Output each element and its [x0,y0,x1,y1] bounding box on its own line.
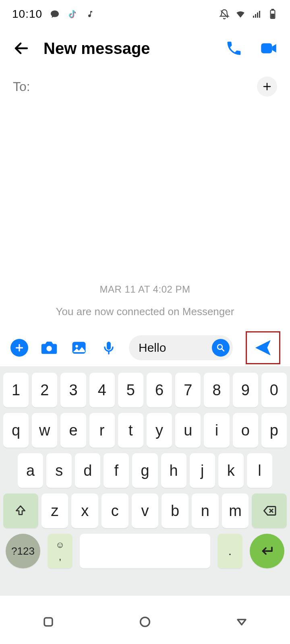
key-i[interactable]: i [204,413,229,448]
music-note-icon [85,9,95,19]
more-actions-button[interactable] [10,338,29,357]
message-composer: Hello [0,329,290,366]
key-y[interactable]: y [147,413,172,448]
key-3[interactable]: 3 [60,373,86,407]
key-7[interactable]: 7 [175,373,201,407]
plus-circle-icon [10,339,28,357]
key-4[interactable]: 4 [89,373,115,407]
voice-call-button[interactable] [224,38,244,58]
key-a[interactable]: a [18,453,43,488]
nav-back-button[interactable] [233,613,251,631]
camera-button[interactable] [39,338,59,357]
svg-rect-1 [253,16,254,18]
svg-rect-7 [271,14,274,18]
back-button[interactable] [11,38,31,58]
shift-icon [14,504,27,517]
status-time: 10:10 [12,8,42,21]
key-c[interactable]: c [102,493,128,528]
key-8[interactable]: 8 [204,373,229,407]
chat-area: MAR 11 AT 4:02 PM You are now connected … [0,121,290,330]
comma-label: , [59,551,62,562]
key-enter[interactable] [250,534,284,568]
key-6[interactable]: 6 [147,373,172,407]
key-l[interactable]: l [247,453,272,488]
key-emoji[interactable]: ☺ , [48,534,72,568]
svg-rect-4 [259,11,260,18]
signal-icon [251,9,262,19]
camera-icon [40,339,58,357]
search-icon [216,343,226,353]
key-space[interactable] [80,534,210,568]
key-p[interactable]: p [261,413,287,448]
microphone-icon [101,340,117,356]
key-9[interactable]: 9 [233,373,258,407]
key-b[interactable]: b [162,493,188,528]
recipient-row: To: [0,68,290,101]
triangle-down-icon [235,615,249,629]
message-input[interactable]: Hello [129,335,233,360]
voice-message-button[interactable] [99,338,118,357]
backspace-icon [262,504,277,518]
emoji-icon: ☺ [56,540,64,550]
wifi-icon [235,9,246,19]
key-2[interactable]: 2 [32,373,57,407]
key-period[interactable]: . [218,534,242,568]
page-title: New message [44,39,150,58]
system-nav-bar [0,600,290,644]
status-bar: 10:10 [0,0,290,28]
key-w[interactable]: w [32,413,57,448]
key-s[interactable]: s [46,453,72,488]
key-o[interactable]: o [233,413,258,448]
sticker-search-button[interactable] [212,339,230,357]
gallery-button[interactable] [69,338,89,357]
video-call-button[interactable] [259,38,279,58]
key-k[interactable]: k [218,453,244,488]
chat-bubble-icon [50,9,60,19]
key-x[interactable]: x [71,493,98,528]
key-symbols[interactable]: ?123 [6,534,40,568]
key-5[interactable]: 5 [118,373,143,407]
message-timestamp: MAR 11 AT 4:02 PM [99,284,190,295]
key-d[interactable]: d [75,453,100,488]
circle-icon [138,615,152,629]
key-t[interactable]: t [118,413,143,448]
key-shift[interactable] [3,493,38,528]
square-icon [41,615,55,629]
nav-recents-button[interactable] [39,613,57,631]
key-m[interactable]: m [222,493,249,528]
key-z[interactable]: z [41,493,68,528]
key-n[interactable]: n [192,493,219,528]
key-q[interactable]: q [3,413,29,448]
send-icon [253,338,273,358]
key-u[interactable]: u [175,413,201,448]
tiktok-icon [67,9,78,19]
key-g[interactable]: g [132,453,157,488]
key-r[interactable]: r [89,413,115,448]
key-e[interactable]: e [60,413,86,448]
key-v[interactable]: v [132,493,159,528]
message-input-text: Hello [139,341,212,355]
video-camera-icon [259,38,279,58]
battery-icon [267,9,278,19]
svg-rect-9 [261,43,272,54]
svg-rect-17 [107,342,111,350]
nav-home-button[interactable] [136,613,154,631]
send-button[interactable] [246,331,280,364]
key-0[interactable]: 0 [261,373,287,407]
add-recipient-button[interactable] [257,76,277,97]
key-j[interactable]: j [190,453,215,488]
connected-status: You are now connected on Messenger [56,305,234,318]
to-label: To: [13,79,30,94]
image-icon [70,339,88,357]
plus-icon [261,81,273,92]
enter-icon [260,544,274,558]
key-f[interactable]: f [104,453,129,488]
key-1[interactable]: 1 [3,373,29,407]
key-backspace[interactable] [252,493,287,528]
bell-off-icon [219,9,230,19]
phone-icon [225,39,243,57]
conversation-header: New message [0,28,290,68]
svg-rect-6 [272,9,273,10]
soft-keyboard: 1 2 3 4 5 6 7 8 9 0 q w e r t y u i o p … [0,366,290,596]
key-h[interactable]: h [161,453,186,488]
